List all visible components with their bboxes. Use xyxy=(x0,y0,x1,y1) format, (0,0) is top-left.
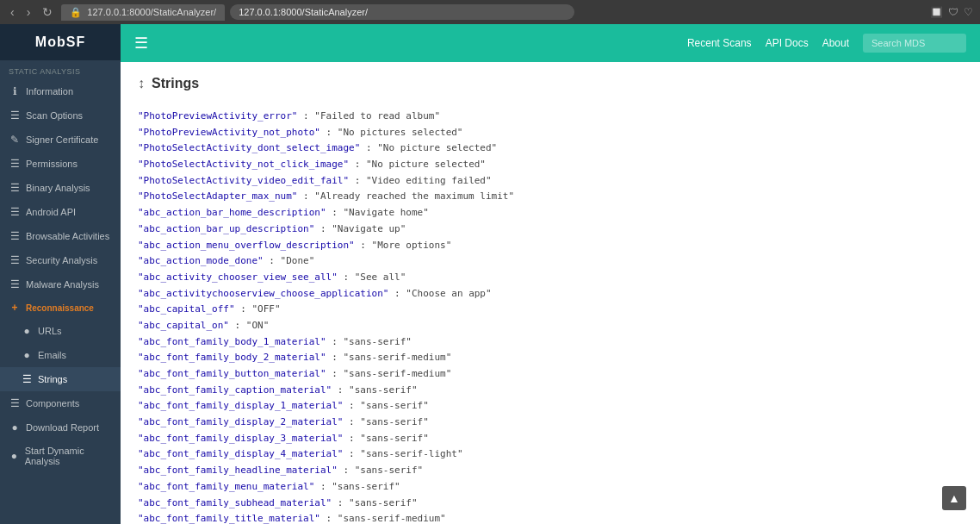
string-key: "abc_font_family_button_material" xyxy=(138,368,326,379)
string-value: "More options" xyxy=(372,240,452,251)
dynamic-icon: ● xyxy=(9,450,20,462)
sidebar-section-label: Static Analysis xyxy=(0,60,121,79)
sidebar-item-reconnaissance[interactable]: + Reconnaissance xyxy=(0,296,121,319)
sidebar-label-signer: Signer Certificate xyxy=(26,134,98,145)
sidebar-item-download-report[interactable]: ● Download Report xyxy=(0,415,121,440)
list-item: "abc_font_family_title_material" : "sans… xyxy=(138,511,963,524)
sidebar-label-scan-options: Scan Options xyxy=(26,110,83,121)
sidebar: MobSF Static Analysis ℹ Information ☰ Sc… xyxy=(0,24,121,524)
sidebar-item-information[interactable]: ℹ Information xyxy=(0,79,121,103)
permissions-icon: ☰ xyxy=(9,158,21,170)
list-item: "PhotoSelectActivity_not_click_image" : … xyxy=(138,157,963,173)
list-item: "abc_font_family_caption_material" : "sa… xyxy=(138,383,963,399)
list-item: "abc_font_family_subhead_material" : "sa… xyxy=(138,496,963,512)
string-key: "abc_capital_on" xyxy=(138,320,229,331)
binary-icon: ☰ xyxy=(9,182,21,194)
string-value: "See all" xyxy=(355,271,406,283)
sidebar-label-browsable: Browsable Activities xyxy=(26,231,109,241)
string-value: "ON" xyxy=(246,320,270,331)
sidebar-item-emails[interactable]: ● Emails xyxy=(0,343,121,367)
list-item: "abc_action_bar_up_description" : "Navig… xyxy=(138,221,963,238)
forward-button[interactable]: › xyxy=(23,3,34,21)
ext-icon-1: 🔲 xyxy=(930,6,943,18)
sidebar-label-information: Information xyxy=(26,86,73,97)
list-item: "abc_font_family_body_2_material" : "san… xyxy=(138,350,963,366)
components-icon: ☰ xyxy=(9,397,21,409)
string-value: "sans-serif-medium" xyxy=(338,513,446,524)
sidebar-item-security-analysis[interactable]: ☰ Security Analysis xyxy=(0,248,121,272)
list-item: "abc_capital_on" : "ON" xyxy=(138,318,963,334)
sidebar-label-security: Security Analysis xyxy=(26,255,97,265)
recon-icon: + xyxy=(9,302,21,314)
ext-icon-2: 🛡 xyxy=(948,6,958,18)
list-item: "abc_font_family_display_4_material" : "… xyxy=(138,446,963,463)
strings-icon: ☰ xyxy=(21,373,33,385)
string-value: "Already reached the maximum limit" xyxy=(314,190,514,202)
section-title: ↕ Strings xyxy=(138,76,963,97)
brand-logo[interactable]: MobSF xyxy=(0,24,121,60)
string-key: "abc_action_bar_home_description" xyxy=(138,207,326,218)
list-item: "abc_action_menu_overflow_description" :… xyxy=(138,238,963,254)
sidebar-item-permissions[interactable]: ☰ Permissions xyxy=(0,152,121,176)
sidebar-label-android-api: Android API xyxy=(26,207,76,217)
string-key: "abc_font_family_caption_material" xyxy=(138,384,332,396)
string-key: "abc_font_family_menu_material" xyxy=(138,481,314,492)
string-value: "Choose an app" xyxy=(406,288,491,299)
sidebar-item-signer-certificate[interactable]: ✎ Signer Certificate xyxy=(0,128,121,152)
tab-favicon: 🔒 xyxy=(70,7,82,18)
string-value: "sans-serif" xyxy=(360,416,428,427)
sidebar-item-components[interactable]: ☰ Components xyxy=(0,391,121,415)
list-item: "PhotoSelectActivity_video_edit_fail" : … xyxy=(138,173,963,190)
tab-url: 127.0.0.1:8000/StaticAnalyzer/ xyxy=(87,7,216,17)
sort-icon: ↕ xyxy=(138,76,145,91)
back-button[interactable]: ‹ xyxy=(7,3,18,21)
section-title-text: Strings xyxy=(152,76,199,91)
nav-recent-scans[interactable]: Recent Scans xyxy=(687,37,752,49)
sidebar-item-binary-analysis[interactable]: ☰ Binary Analysis xyxy=(0,176,121,200)
string-key: "abc_font_family_body_1_material" xyxy=(138,336,326,347)
list-item: "abc_font_family_display_3_material" : "… xyxy=(138,431,963,447)
string-value: "sans-serif-medium" xyxy=(343,352,451,363)
nav-about[interactable]: About xyxy=(822,37,849,49)
string-value: "sans-serif" xyxy=(332,481,400,492)
scroll-top-button[interactable]: ▲ xyxy=(942,486,966,510)
string-key: "abc_font_family_display_3_material" xyxy=(138,433,343,444)
scan-options-icon: ☰ xyxy=(9,109,21,122)
string-value: "sans-serif" xyxy=(360,400,428,411)
sidebar-item-scan-options[interactable]: ☰ Scan Options xyxy=(0,103,121,128)
string-value: "Navigate up" xyxy=(332,223,406,234)
list-item: "abc_font_family_menu_material" : "sans-… xyxy=(138,479,963,496)
browser-tab[interactable]: 🔒 127.0.0.1:8000/StaticAnalyzer/ xyxy=(61,4,225,21)
sidebar-label-urls: URLs xyxy=(38,326,62,336)
list-item: "abc_font_family_display_2_material" : "… xyxy=(138,415,963,431)
sidebar-item-start-dynamic[interactable]: ● Start Dynamic Analysis xyxy=(0,440,121,472)
sidebar-item-malware-analysis[interactable]: ☰ Malware Analysis xyxy=(0,272,121,296)
nav-api-docs[interactable]: API Docs xyxy=(766,37,809,49)
sidebar-item-strings[interactable]: ☰ Strings xyxy=(0,367,121,391)
string-key: "PhotoPreviewActivity_not_photo" xyxy=(138,127,320,138)
string-value: "OFF" xyxy=(251,303,280,315)
list-item: "PhotoPreviewActivity_error" : "Failed t… xyxy=(138,109,963,125)
search-input[interactable] xyxy=(863,34,966,53)
sidebar-label-components: Components xyxy=(26,398,79,409)
top-navbar: ☰ Recent Scans API Docs About xyxy=(121,24,980,62)
list-item: "abc_font_family_button_material" : "san… xyxy=(138,366,963,383)
string-key: "abc_capital_off" xyxy=(138,303,235,315)
sidebar-item-browsable-activities[interactable]: ☰ Browsable Activities xyxy=(0,224,121,248)
string-key: "abc_action_bar_up_description" xyxy=(138,223,314,234)
string-value: "sans-serif-medium" xyxy=(343,368,451,379)
string-value: "sans-serif-light" xyxy=(360,448,462,459)
content-area[interactable]: ↕ Strings "PhotoPreviewActivity_error" :… xyxy=(121,62,980,524)
sidebar-label-download: Download Report xyxy=(26,422,99,433)
sidebar-item-android-api[interactable]: ☰ Android API xyxy=(0,200,121,224)
list-item: "abc_font_family_body_1_material" : "san… xyxy=(138,334,963,351)
sidebar-item-urls[interactable]: ● URLs xyxy=(0,319,121,343)
hamburger-button[interactable]: ☰ xyxy=(134,34,148,53)
list-item: "PhotoPreviewActivity_not_photo" : "No p… xyxy=(138,125,963,141)
url-bar[interactable]: 127.0.0.1:8000/StaticAnalyzer/ xyxy=(230,4,574,20)
string-value: "sans-serif" xyxy=(349,384,417,396)
refresh-button[interactable]: ↻ xyxy=(39,3,56,21)
string-value: "sans-serif" xyxy=(360,433,428,444)
sidebar-label-permissions: Permissions xyxy=(26,159,78,169)
string-key: "abc_activity_chooser_view_see_all" xyxy=(138,271,338,283)
